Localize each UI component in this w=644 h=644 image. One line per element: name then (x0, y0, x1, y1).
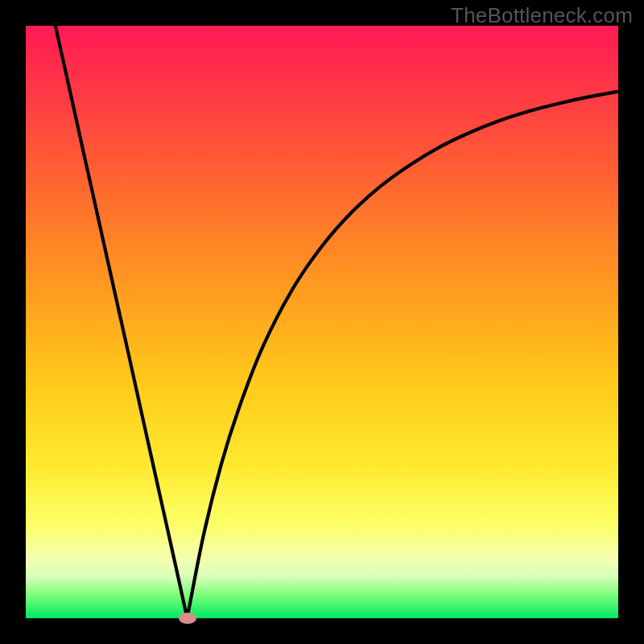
minimum-marker (179, 613, 196, 624)
chart-frame: TheBottleneck.com (0, 0, 644, 644)
watermark-text: TheBottleneck.com (451, 3, 633, 28)
curve-path (56, 26, 618, 618)
plot-area (26, 26, 618, 618)
bottleneck-curve (26, 26, 618, 618)
